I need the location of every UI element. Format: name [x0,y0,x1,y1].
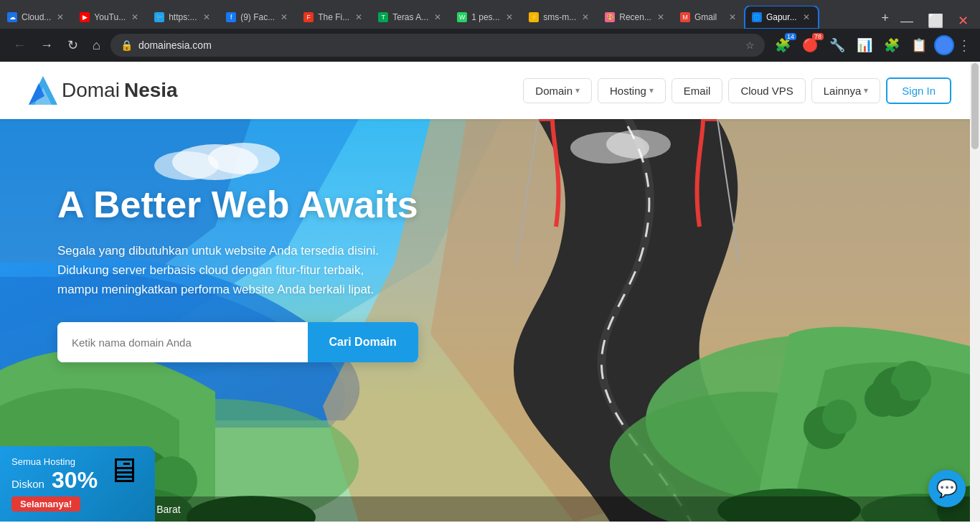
url-bar[interactable]: 🔒 domainesia.com ☆ [110,34,765,57]
ext1-badge: 14 [785,33,796,40]
tab-label-10: Gmail [694,12,723,22]
svg-point-25 [606,130,671,159]
url-text: domainesia.com [138,39,740,51]
minimize-button[interactable]: — [895,14,919,29]
signin-button[interactable]: Sign In [886,77,951,104]
browser-tab-4[interactable]: f (9) Fac... ✕ [219,6,296,29]
toolbar-right: 🧩 14 🔴 78 🔧 📊 🧩 📋 ⋮ [771,34,971,56]
back-button[interactable]: ← [9,35,30,56]
ext-badge-1[interactable]: 🧩 14 [771,34,795,56]
close-button[interactable]: ✕ [952,13,974,29]
tab-label-3: https:... [169,12,197,22]
tab-label-9: Recen... [619,12,651,22]
ext-icon-4[interactable]: 📊 [852,34,877,56]
nav-domain-label: Domain [535,85,573,97]
tab-favicon-8: ⚡ [529,12,539,22]
browser-tab-5[interactable]: F The Fi... ✕ [296,6,371,29]
url-actions: ☆ [745,39,755,51]
promo-label-2: Diskon 30% [11,467,98,494]
hero-title: A Better Web Awaits [57,184,418,227]
hero-content: A Better Web Awaits Segala yang dibutuhk… [57,184,418,362]
tab-bar: ☁ Cloud... ✕ ▶ YouTu... ✕ 🐦 https:... ✕ … [0,0,980,29]
chat-icon: 💬 [936,479,958,499]
tab-label-4: (9) Fac... [240,12,275,22]
maximize-button[interactable]: ⬜ [922,13,949,29]
address-bar: ← → ↻ ⌂ 🔒 domainesia.com ☆ 🧩 14 🔴 78 🔧 📊… [0,29,980,62]
tab-close-4[interactable]: ✕ [279,11,289,24]
tab-favicon-2: ▶ [80,12,90,22]
tab-close-8[interactable]: ✕ [580,11,590,24]
tab-close-10[interactable]: ✕ [727,11,738,24]
refresh-button[interactable]: ↻ [63,34,83,56]
tab-close-5[interactable]: ✕ [354,11,364,24]
browser-tab-1[interactable]: ☁ Cloud... ✕ [0,6,72,29]
tab-favicon-7: W [457,12,467,22]
domain-search-bar: Cari Domain [57,322,418,362]
promo-label-1: Semua Hosting [11,456,98,467]
tab-close-2[interactable]: ✕ [130,11,140,24]
tab-close-9[interactable]: ✕ [656,11,666,24]
ext-badge-2[interactable]: 🔴 78 [798,34,822,56]
home-button[interactable]: ⌂ [88,35,105,56]
tab-close-3[interactable]: ✕ [202,11,212,24]
tab-favicon-9: 🎨 [605,12,615,22]
scrollbar[interactable] [970,62,980,522]
profile-button[interactable] [934,35,954,55]
tab-favicon-3: 🐦 [154,12,164,22]
tab-favicon-11: 🌐 [752,12,762,22]
tab-close-1[interactable]: ✕ [55,11,65,24]
website-content: DomaiNesia Domain ▾ Hosting ▾ Email Clou… [0,62,980,522]
nav-cloud-vps-label: Cloud VPS [740,85,793,97]
nav-cloud-vps[interactable]: Cloud VPS [728,78,805,103]
promo-discount: 30% [52,467,98,493]
bookmark-icon[interactable]: ☆ [745,39,755,51]
browser-tab-10[interactable]: M Gmail ✕ [673,6,745,29]
nav-lainnya-label: Lainnya [824,85,862,97]
browser-tab-7[interactable]: W 1 pes... ✕ [450,6,522,29]
ext2-badge: 78 [812,33,824,40]
chevron-down-icon: ▾ [649,85,654,95]
browser-tab-9[interactable]: 🎨 Recen... ✕ [598,6,673,29]
tab-label-7: 1 pes... [471,12,500,22]
ext-icon-3[interactable]: 🔧 [825,34,849,56]
browser-tab-3[interactable]: 🐦 https:... ✕ [147,6,219,29]
tab-label-8: sms-m... [543,12,576,22]
tab-label-5: The Fi... [318,12,349,22]
nav-lainnya[interactable]: Lainnya ▾ [811,78,881,103]
tab-favicon-4: f [226,12,236,22]
browser-tab-11[interactable]: 🌐 Gapur... ✕ [745,6,819,29]
svg-point-9 [864,381,900,417]
ext-icon-6[interactable]: 📋 [907,34,931,56]
promo-banner: Semua Hosting Diskon 30% Selamanya! 🖥 [0,446,155,522]
svg-point-11 [822,400,857,434]
tab-close-6[interactable]: ✕ [433,11,443,24]
site-logo[interactable]: DomaiNesia [29,76,178,105]
forward-button[interactable]: → [36,35,57,56]
nav-domain[interactable]: Domain ▾ [523,78,592,103]
ext-icon-5[interactable]: 🧩 [880,34,904,56]
new-tab-button[interactable]: + [875,8,895,29]
nav-links: Domain ▾ Hosting ▾ Email Cloud VPS Lainn… [523,77,951,104]
nav-email[interactable]: Email [672,78,723,103]
hero-section: A Better Web Awaits Segala yang dibutuhk… [0,119,980,522]
tab-favicon-6: T [378,12,388,22]
browser-menu-button[interactable]: ⋮ [957,37,971,54]
tab-close-11[interactable]: ✕ [801,11,811,24]
browser-tab-6[interactable]: T Teras A... ✕ [371,6,450,29]
chevron-down-icon: ▾ [864,85,868,95]
browser-tab-2[interactable]: ▶ YouTu... ✕ [72,6,147,29]
search-button[interactable]: Cari Domain [308,322,418,362]
browser-tab-8[interactable]: ⚡ sms-m... ✕ [522,6,598,29]
tab-label-2: YouTu... [94,12,126,22]
tab-close-7[interactable]: ✕ [504,11,514,24]
chat-button[interactable]: 💬 [928,470,966,507]
hero-subtitle: Segala yang dibutuhkan untuk website And… [57,241,418,300]
scrollbar-thumb[interactable] [971,63,979,149]
logo-icon [29,76,57,105]
nav-hosting[interactable]: Hosting ▾ [598,78,666,103]
browser-chrome: ☁ Cloud... ✕ ▶ YouTu... ✕ 🐦 https:... ✕ … [0,0,980,62]
site-nav: DomaiNesia Domain ▾ Hosting ▾ Email Clou… [0,62,980,119]
search-input[interactable] [57,322,308,362]
promo-badge[interactable]: Selamanya! [11,496,80,512]
nav-hosting-label: Hosting [610,85,646,97]
